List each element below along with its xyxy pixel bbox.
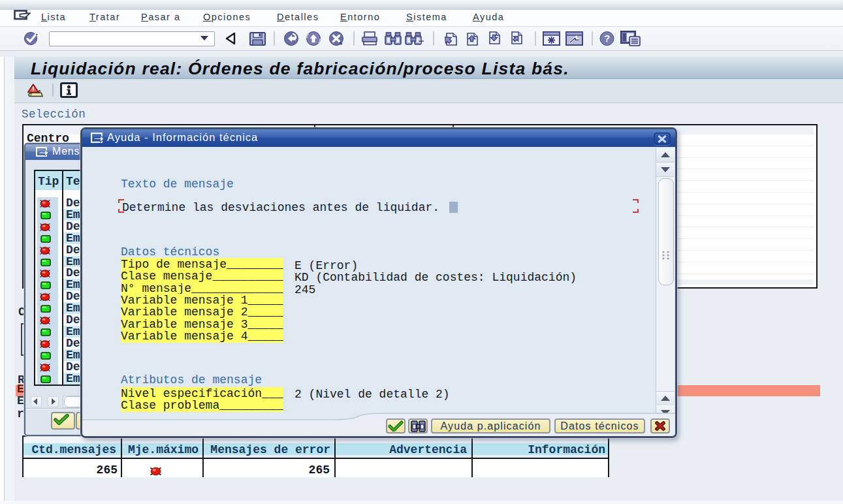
svg-text:?: ?	[604, 33, 610, 44]
